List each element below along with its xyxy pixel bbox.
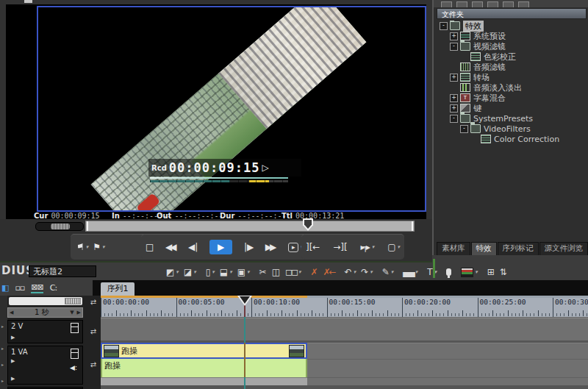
playback-button[interactable]: □ (146, 242, 154, 252)
patch-cable-icon[interactable]: ⇄ (87, 327, 100, 335)
dropdown-caret-icon[interactable]: ▾ (193, 269, 196, 275)
playback-button[interactable]: ▶▶ (265, 242, 276, 252)
tree-item[interactable]: 音频滤镜 (437, 62, 587, 72)
toolbar-button[interactable]: ◩▾ (166, 267, 179, 277)
video-track-icon[interactable] (71, 349, 79, 359)
tree-item[interactable]: + 转场 (437, 72, 587, 82)
track-expand-icon[interactable]: ▶ (11, 335, 15, 340)
toolbar-button[interactable]: ▣▾ (237, 267, 250, 277)
scrollbar-handle[interactable] (65, 298, 81, 304)
tree-expander[interactable]: - (440, 22, 448, 30)
tree-expander[interactable]: - (450, 115, 458, 123)
tree-item[interactable]: Color Correction (437, 134, 587, 144)
toolbar-button[interactable]: ↶▾ (345, 267, 356, 277)
edit-point-button[interactable]: ▢▾ (387, 242, 400, 252)
toolbar-button[interactable]: ⇅ (500, 267, 507, 277)
palette-tab[interactable]: 源文件浏览 (539, 242, 588, 255)
palette-tab[interactable]: 素材库 (437, 242, 470, 255)
patch-cable-icon[interactable]: ⇄ (87, 298, 100, 306)
toolbar-button[interactable]: ▄▄▾ (403, 267, 417, 277)
toolbar-button[interactable]: ✗ (310, 267, 318, 277)
toolbar-button[interactable]: ✗← (323, 267, 334, 277)
tree-item[interactable]: + 系统预设 (437, 31, 587, 41)
tree-item[interactable]: - 特效 (437, 21, 587, 31)
video-track-icon[interactable] (71, 323, 79, 333)
mode-button[interactable]: ⊠⊠ (31, 282, 43, 293)
zoom-right-arrow-icon[interactable]: ▶ (76, 310, 82, 315)
toolbar-button[interactable]: ✂ (259, 267, 267, 277)
tree-expander[interactable]: - (460, 125, 468, 133)
tree-expander[interactable]: + (450, 32, 458, 40)
playback-button[interactable]: |▶ (244, 242, 254, 252)
toolbar-button[interactable] (446, 268, 451, 276)
shuttle-slider[interactable] (35, 222, 84, 231)
tree-item[interactable]: - SystemPresets (437, 113, 587, 124)
speaker-icon[interactable]: ◀: (70, 364, 77, 371)
playback-button[interactable]: ◀◀ (165, 242, 176, 252)
position-playhead-marker[interactable] (303, 218, 313, 231)
patch-cable-icon[interactable]: ⇄ (87, 360, 100, 368)
zoom-left-arrow-icon[interactable]: ◀ (8, 310, 15, 315)
dropdown-caret-icon[interactable]: ▾ (372, 244, 375, 250)
tree-expander[interactable]: + (450, 94, 458, 102)
toolbar-button[interactable]: ◻◻▾ (285, 267, 301, 277)
dropdown-caret-icon[interactable]: ▾ (247, 269, 250, 275)
palette-tab[interactable]: 序列标记 (498, 242, 539, 255)
toolbar-button[interactable]: ◪▾ (184, 267, 196, 277)
toolbar-button[interactable]: ◫ (272, 267, 280, 277)
clip-audio-segment[interactable]: 跑操 (101, 359, 307, 377)
dropdown-caret-icon[interactable]: ▾ (397, 244, 400, 250)
tree-item[interactable]: - VideoFilters (437, 124, 587, 134)
track-1va-audio-lane[interactable] (307, 359, 588, 378)
clip-video-segment[interactable]: 跑操 (101, 343, 307, 359)
edit-point-button[interactable]: →][ (333, 242, 347, 252)
track-1va-video-lane[interactable] (307, 343, 588, 360)
timeline-ruler[interactable]: 00:00:00:0000:00:05:0000:00:10:0000:00:1… (101, 298, 588, 318)
toolbar-button[interactable]: T▾ (427, 267, 437, 277)
dropdown-caret-icon[interactable]: ▾ (176, 269, 179, 275)
timeline-zoom-selector[interactable]: ◀ 1 秒 ▼ ▶ (7, 307, 83, 318)
edit-point-button[interactable]: ][← (306, 242, 320, 252)
flag-marker-button[interactable]: ⚑▾ (76, 242, 88, 252)
palette-tab[interactable]: 特效 (471, 242, 497, 255)
edit-point-button[interactable]: ▸┬▸▾ (361, 242, 375, 252)
toolbar-button[interactable]: ✎▾ (382, 267, 394, 277)
track-header-2v[interactable]: 2 V ▶ (7, 320, 83, 343)
dropdown-caret-icon[interactable]: ▾ (391, 269, 394, 275)
tree-item[interactable]: + 键 (437, 103, 587, 113)
mode-button[interactable]: ◧ (1, 283, 8, 293)
tree-expander[interactable]: - (450, 43, 458, 51)
playback-button[interactable]: ▶ (209, 240, 232, 254)
track-expand-icon[interactable]: ▶ (11, 358, 15, 364)
tree-expander[interactable]: + (450, 74, 458, 82)
dropdown-caret-icon[interactable]: ▾ (370, 269, 373, 275)
toolbar-button[interactable]: ⊞ (487, 267, 495, 277)
playback-button[interactable]: ◀| (188, 242, 198, 252)
toolbar-button[interactable]: ▾ (461, 268, 478, 277)
tree-expander[interactable]: + (450, 104, 458, 113)
dropdown-caret-icon[interactable]: ▾ (298, 269, 301, 275)
clipped-window-button[interactable] (24, 0, 32, 3)
tree-item[interactable]: + T 字幕混合 (437, 93, 587, 103)
tree-item[interactable]: 色彩校正 (437, 51, 587, 62)
track-header-1va[interactable]: 1 VA ▶ ◀: ▶ (7, 346, 83, 385)
dropdown-caret-icon[interactable]: ▾ (415, 269, 418, 275)
dropdown-caret-icon[interactable]: ▾ (86, 244, 89, 250)
toolbar-button[interactable]: ↷▾ (361, 267, 373, 277)
horizontal-scrollbar[interactable] (9, 297, 82, 305)
mode-button[interactable]: ▫▫ (15, 283, 24, 293)
sequence-tab[interactable]: 序列1 (101, 282, 135, 296)
playback-button[interactable]: ▸▾ (288, 243, 303, 252)
shuttle-handle[interactable] (51, 224, 70, 229)
tree-item[interactable]: - 视频滤镜 (437, 41, 587, 51)
toolbar-button[interactable]: ⬓▾ (220, 267, 232, 277)
mode-button[interactable]: C: (50, 283, 57, 293)
tree-item[interactable]: 音频淡入淡出 (437, 82, 587, 93)
dropdown-caret-icon[interactable]: ▾ (212, 269, 215, 275)
dropdown-caret-icon[interactable]: ▾ (102, 244, 105, 250)
zoom-down-arrow-icon[interactable]: ▼ (68, 310, 75, 315)
track-expand-icon[interactable]: ▶ (11, 376, 15, 382)
dropdown-caret-icon[interactable]: ▾ (475, 269, 478, 275)
track-2v-lane[interactable] (101, 318, 588, 341)
dropdown-caret-icon[interactable]: ▾ (229, 269, 232, 275)
